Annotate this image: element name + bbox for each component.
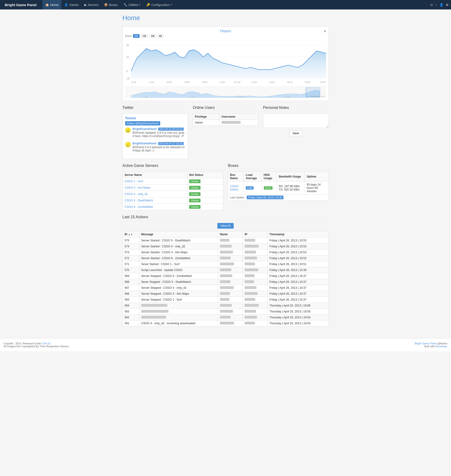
box-row: CSGO Online 0.68 22 % RX: 197.96 KB/s TX… [228, 182, 328, 195]
username-cell [219, 120, 258, 126]
id-cell: 575 [123, 238, 139, 244]
id-cell: 565 [123, 297, 139, 303]
nav-configuration[interactable]: 🔑 Configuration ▾ [143, 0, 175, 9]
tweet-item: 💡 BrightGamePanel 2013-04-24 (17:53:23) … [125, 142, 186, 154]
boxes-title: Boxes [228, 164, 329, 169]
zoom-1m-button[interactable]: 1M [149, 34, 156, 38]
message-blurred [141, 310, 169, 313]
uptime-cell: 93 days 14 hours 59 minutes [305, 182, 328, 195]
uptime-col: Uptime [305, 172, 328, 182]
tweet-date: 2013-04-25 (23:13:21) [158, 128, 184, 131]
name-cell [218, 309, 243, 315]
timestamp-cell: Thursday | April 25, 2013 | 19:05 [267, 309, 328, 315]
bandwith-col: Bandwith Usage [277, 172, 305, 182]
footer-copyright: All Images Are Copyrighted By Their Resp… [4, 345, 69, 348]
timestamp-cell: Thursday | April 25, 2013 | 18:54 [267, 320, 328, 326]
svg-text:02:00: 02:00 [251, 81, 257, 83]
twitter-title: Twitter [123, 106, 188, 111]
chart-menu-icon[interactable]: ≡ [324, 29, 326, 33]
zoom-1d-button[interactable]: 1D [133, 34, 140, 38]
timestamp-cell: Thursday | April 25, 2013 | 19:04 [267, 315, 328, 320]
svg-text:1. Apr: 1. Apr [143, 96, 148, 98]
message-cell: Sever Started : CSGO 1 - Surf [139, 261, 218, 267]
hdd-usage-col: HDD Usage [262, 172, 277, 182]
action-row: 573 Server Started : CSGO 3 - Aim Maps F… [123, 250, 328, 255]
bandwith-cell: RX: 197.96 KB/s TX: 520.16 KB/s [277, 182, 305, 195]
id-cell: 574 [123, 244, 139, 250]
nav-utilities[interactable]: 🔧 Utilities ▾ [121, 0, 144, 9]
svg-text:40: 40 [126, 44, 129, 47]
name-cell [218, 315, 243, 320]
chart-title: Players [125, 29, 326, 33]
admin-text: @Admin [438, 342, 447, 345]
nav-home[interactable]: 🏠 Home [42, 0, 61, 9]
server-name-link[interactable]: CSGO 5 - DeathMatch [125, 199, 153, 202]
nav-clients[interactable]: 👤 Clients [61, 0, 81, 9]
server-row: CSGO 4 - only_d2 Online [123, 191, 223, 197]
id-cell: 570 [123, 267, 139, 273]
ip-cell [243, 238, 267, 244]
notification-icon[interactable]: ⊙ [430, 3, 433, 7]
ip-cell [243, 273, 267, 279]
server-row: CSGO 5 - DeathMatch Online [123, 197, 223, 204]
server-row: CSGO 6 - ZombieMod Online [123, 204, 223, 210]
message-cell: Server Stopped : CSGO 3 - Aim Maps [139, 291, 218, 297]
tweet-avatar: 💡 [125, 142, 131, 147]
timestamp-cell: Friday | April 26, 2013 | 10:39 [267, 267, 328, 273]
gpl-link[interactable]: GPLv3. [42, 342, 51, 345]
message-blurred [141, 304, 167, 307]
name-cell [218, 255, 243, 261]
footer: Copyleft - 2013. Released Under GPLv3. A… [0, 338, 451, 351]
ip-cell [243, 309, 267, 315]
view-all-button[interactable]: View All [217, 223, 234, 229]
box-name-link[interactable]: CSGO Online [230, 185, 238, 191]
name-cell [218, 238, 243, 244]
timestamp-cell: Friday | April 26, 2013 | 10:53 [267, 255, 328, 261]
nav-servers[interactable]: ▶ Servers [81, 0, 101, 9]
zoom-1w-button[interactable]: 1W [141, 34, 148, 38]
brand[interactable]: Bright Game Panel [2, 3, 39, 7]
privilege-col-header: Privilege [193, 114, 220, 120]
name-cell [218, 244, 243, 250]
zoom-all-button[interactable]: All [157, 34, 163, 38]
tweet-content: BrightGamePanel 2013-04-25 (23:13:21) BG… [133, 127, 186, 138]
personal-notes-textarea[interactable] [263, 114, 329, 128]
message-cell: Script Launched : Update CSGO [139, 267, 218, 273]
message-blurred [141, 316, 166, 319]
name-col-header: Name [218, 231, 243, 238]
status-badge: Online [189, 199, 200, 202]
server-name-link[interactable]: CSGO 6 - ZombieMod [125, 205, 153, 208]
ip-cell [243, 297, 267, 303]
name-cell [218, 303, 243, 309]
active-servers-section: Active Game Servers Server Name Net Stat… [123, 164, 223, 210]
status-badge: Online [189, 205, 200, 209]
actions-table: ID ▲▼ Message Name IP Timestamp 575 Serv… [123, 231, 329, 326]
action-row: 561 CSGO 4 - only_d2 : screenlog downloa… [123, 320, 328, 326]
user-icon[interactable]: 👤 [439, 3, 443, 7]
upload-icon[interactable]: ↑ [435, 3, 437, 7]
bootstrap-link[interactable]: Bootstrap. [436, 345, 447, 348]
online-users-table: Privilege Username Admin [193, 114, 258, 126]
message-cell: Server Started : CSGO 4 - only_d2 [141, 245, 185, 248]
footer-left: Copyleft - 2013. Released Under GPLv3. A… [4, 342, 69, 348]
power-icon[interactable]: ⊗ [446, 3, 449, 7]
name-cell [218, 273, 243, 279]
privilege-cell: Admin [193, 120, 220, 126]
svg-text:14:00: 14:00 [149, 81, 154, 83]
server-name-link[interactable]: CSGO 1 - Surf [125, 180, 143, 183]
message-cell: Server Stopped : CSGO 3 - Aim Maps [141, 292, 189, 295]
personal-notes-title: Personal Notes [263, 106, 329, 111]
server-name-link[interactable]: CSGO 4 - only_d2 [125, 192, 148, 196]
nav-boxes[interactable]: 📦 Boxes [101, 0, 120, 9]
last-update-label: Last Update [230, 196, 244, 199]
actions-section: Last 15 Actions View All ID ▲▼ Message N… [123, 215, 329, 326]
brand-link[interactable]: Bright Game Panel [415, 342, 437, 345]
online-users-title: Online Users [193, 106, 258, 111]
ip-cell [243, 244, 267, 250]
follow-button[interactable]: Follow @BrightGamePanel [125, 121, 160, 125]
save-button[interactable]: Save [290, 130, 302, 136]
server-name-link[interactable]: CSGO 3 - Aim Maps [125, 186, 150, 189]
sort-icon[interactable]: ▲▼ [128, 233, 133, 236]
tweet-avatar: 💡 [125, 127, 131, 133]
load-avg-badge: 0.68 [246, 186, 254, 189]
